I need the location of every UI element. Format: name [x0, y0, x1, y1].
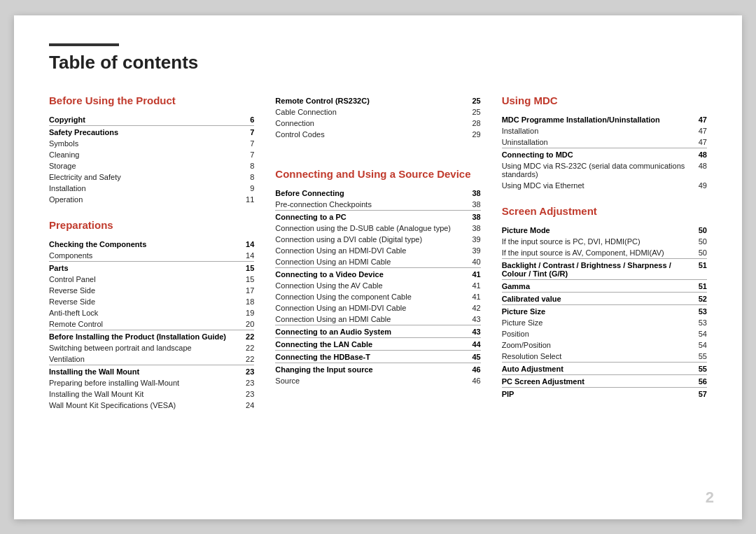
row-label: Gamma — [502, 279, 687, 292]
row-page: 41 — [460, 280, 480, 291]
table-row: Picture Size53 — [502, 317, 707, 328]
row-label: Before Installing the Product (Installat… — [49, 330, 234, 342]
row-page: 19 — [234, 307, 254, 318]
toc-table-connecting: Before Connecting38Pre-connection Checkp… — [275, 187, 480, 386]
row-page: 20 — [234, 318, 254, 330]
table-row: Anti-theft Lock19 — [49, 307, 254, 318]
row-page: 54 — [687, 328, 707, 339]
row-page: 47 — [687, 125, 707, 136]
table-row: Parts15 — [49, 261, 254, 274]
table-row: Cable Connection25 — [275, 106, 480, 118]
row-label: Zoom/Position — [502, 339, 687, 351]
toc-table-remote: Remote Control (RS232C)25Cable Connectio… — [275, 94, 480, 140]
section-preparations: Preparations — [49, 219, 254, 231]
row-page: 25 — [460, 106, 480, 118]
table-row: Remote Control20 — [49, 318, 254, 330]
row-page: 38 — [460, 210, 480, 223]
row-page: 17 — [234, 285, 254, 296]
row-label: Cleaning — [49, 149, 234, 160]
title-bar — [49, 43, 119, 46]
row-page: 43 — [460, 314, 480, 325]
section-before-using: Before Using the Product — [49, 94, 254, 106]
table-row: Control Panel15 — [49, 274, 254, 285]
table-row: Connection using a DVI cable (Digital ty… — [275, 234, 480, 245]
row-label: Connection Using an HDMI-DVI Cable — [275, 245, 460, 256]
row-label: Changing the Input source — [275, 363, 460, 375]
row-page: 7 — [234, 149, 254, 160]
row-page: 53 — [687, 317, 707, 328]
row-page: 7 — [234, 125, 254, 138]
row-page: 56 — [687, 374, 707, 387]
table-row: Calibrated value52 — [502, 292, 707, 304]
table-row: Pre-connection Checkpoints38 — [275, 199, 480, 211]
row-page: 53 — [687, 304, 707, 317]
row-label: Switching between portrait and landscape — [49, 342, 234, 353]
table-row: Connecting the LAN Cable44 — [275, 337, 480, 350]
row-label: Connection using the D-SUB cable (Analog… — [275, 223, 460, 234]
row-page: 50 — [687, 236, 707, 247]
row-page: 9 — [234, 183, 254, 194]
table-row: Before Connecting38 — [275, 187, 480, 199]
row-page: 23 — [234, 365, 254, 377]
row-page: 22 — [234, 353, 254, 365]
row-page: 18 — [234, 296, 254, 307]
row-label: Auto Adjustment — [502, 362, 687, 374]
table-row: Wall Mount Kit Specifications (VESA)24 — [49, 400, 254, 411]
table-row: Connection Using the component Cable41 — [275, 291, 480, 302]
table-row: If the input source is PC, DVI, HDMI(PC)… — [502, 236, 707, 247]
row-label: If the input source is AV, Component, HD… — [502, 247, 687, 259]
row-page: 43 — [460, 325, 480, 337]
row-label: Connection Using an HDMI-DVI Cable — [275, 302, 460, 314]
row-label: Connecting the HDBase-T — [275, 350, 460, 363]
row-page: 38 — [460, 187, 480, 199]
table-row: Reverse Side18 — [49, 296, 254, 307]
table-row: Connecting to MDC48 — [502, 148, 707, 160]
toc-table-mdc: MDC Programme Installation/Uninstallatio… — [502, 113, 707, 191]
row-page: 47 — [687, 113, 707, 125]
table-row: Installing the Wall Mount Kit23 — [49, 388, 254, 400]
row-label: If the input source is PC, DVI, HDMI(PC) — [502, 236, 687, 247]
row-page: 22 — [234, 342, 254, 353]
row-label: MDC Programme Installation/Uninstallatio… — [502, 113, 687, 125]
row-page: 54 — [687, 339, 707, 351]
row-label: Anti-theft Lock — [49, 307, 234, 318]
row-page: 45 — [460, 350, 480, 363]
row-label: Source — [275, 375, 460, 386]
row-page: 6 — [234, 113, 254, 126]
row-page: 50 — [687, 247, 707, 259]
row-label: Connection using a DVI cable (Digital ty… — [275, 234, 460, 245]
table-row: If the input source is AV, Component, HD… — [502, 247, 707, 259]
table-row: Copyright6 — [49, 113, 254, 126]
row-page: 23 — [234, 388, 254, 400]
row-label: Picture Size — [502, 304, 687, 317]
table-row: Gamma51 — [502, 279, 707, 292]
table-row: Connection Using an HDMI-DVI Cable39 — [275, 245, 480, 256]
row-label: Connecting to a Video Device — [275, 267, 460, 280]
row-page: 42 — [460, 302, 480, 314]
table-row: Before Installing the Product (Installat… — [49, 330, 254, 342]
table-row: Auto Adjustment55 — [502, 362, 707, 374]
row-label: Installing the Wall Mount — [49, 365, 234, 377]
row-label: Remote Control (RS232C) — [275, 94, 460, 106]
toc-table-before-using: Copyright6Safety Precautions7Symbols7Cle… — [49, 113, 254, 205]
table-row: Uninstallation47 — [502, 136, 707, 148]
row-label: PC Screen Adjustment — [502, 374, 687, 387]
row-page: 55 — [687, 351, 707, 363]
row-label: Backlight / Contrast / Brightness / Shar… — [502, 258, 687, 279]
row-label: Wall Mount Kit Specifications (VESA) — [49, 400, 234, 411]
row-label: Installation — [49, 183, 234, 194]
table-row: Operation11 — [49, 194, 254, 205]
section-mdc: Using MDC — [502, 94, 707, 106]
row-page: 14 — [234, 238, 254, 250]
table-row: Connection28 — [275, 118, 480, 129]
table-row: Connection Using an HDMI Cable40 — [275, 256, 480, 268]
table-row: MDC Programme Installation/Uninstallatio… — [502, 113, 707, 125]
row-label: Uninstallation — [502, 136, 687, 148]
row-label: Calibrated value — [502, 292, 687, 304]
page-number: 2 — [706, 489, 714, 507]
table-row: Resolution Select55 — [502, 351, 707, 363]
row-label: Connection Using an HDMI Cable — [275, 256, 460, 268]
row-page: 57 — [687, 387, 707, 400]
row-page: 8 — [234, 171, 254, 183]
row-label: Control Codes — [275, 129, 460, 140]
